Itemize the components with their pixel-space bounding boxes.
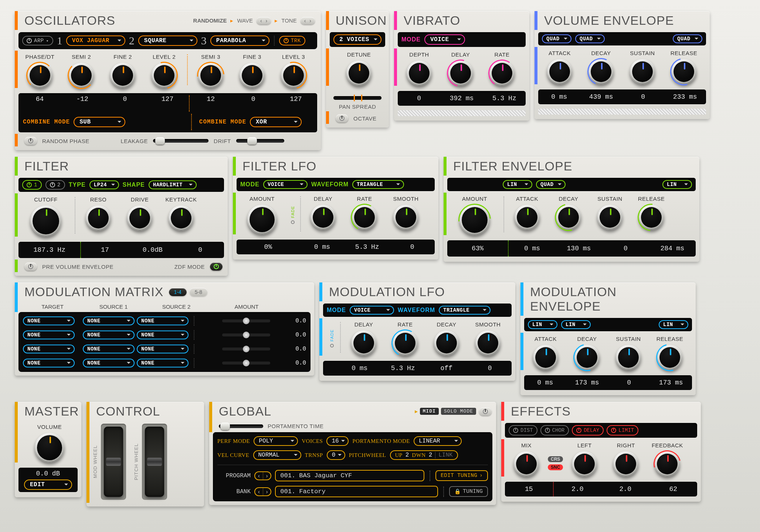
randomize-wave-stepper[interactable]: ‹› xyxy=(257,17,271,24)
mlfo-rate-knob[interactable] xyxy=(393,331,418,356)
unison-voices-select[interactable]: 2 VOICES xyxy=(333,34,381,45)
modmx-r4-target[interactable]: NONE xyxy=(23,359,75,367)
modmx-r1-s2[interactable]: NONE xyxy=(137,316,189,325)
modmx-r3-target[interactable]: NONE xyxy=(23,345,75,353)
modmx-r4-amount-slider[interactable] xyxy=(222,362,270,365)
fenv-curve-r[interactable]: LIN xyxy=(662,180,692,189)
menv-decay-knob[interactable] xyxy=(574,345,600,370)
flfo-rate-knob[interactable] xyxy=(352,205,377,230)
filter-1-toggle[interactable]: 1 xyxy=(22,180,42,190)
modmx-r2-amount-slider[interactable] xyxy=(222,333,270,336)
flfo-wf-select[interactable]: TRIANGLE xyxy=(352,180,404,189)
fx-mix-knob[interactable] xyxy=(514,451,539,477)
fenv-sustain-knob[interactable] xyxy=(597,205,622,230)
ve-decay-knob[interactable] xyxy=(588,59,614,84)
vib-depth-knob[interactable] xyxy=(407,61,432,86)
fx-chor-toggle[interactable]: CHOR xyxy=(540,425,569,436)
modmx-r1-amount-slider[interactable] xyxy=(222,319,270,322)
menv-release-knob[interactable] xyxy=(657,345,682,370)
portamento-mode-select[interactable]: LINEAR xyxy=(414,436,462,446)
modmx-range-14[interactable]: 1-4 xyxy=(169,288,187,296)
modmx-r4-s2[interactable]: NONE xyxy=(137,359,189,367)
detune-knob[interactable] xyxy=(346,61,371,86)
ve-attack-knob[interactable] xyxy=(547,59,572,84)
program-stepper[interactable]: ‹› xyxy=(254,471,271,480)
trk-toggle[interactable]: TRK xyxy=(279,36,305,45)
volenv-curve-a[interactable]: QUAD xyxy=(542,34,571,43)
modmx-r1-s1[interactable]: NONE xyxy=(83,316,135,325)
mlfo-wf-select[interactable]: TRIANGLE xyxy=(439,306,491,315)
pan-spread-slider[interactable] xyxy=(333,96,381,100)
osc3-wave-select[interactable]: PARABOLA xyxy=(210,35,269,46)
flfo-mode-select[interactable]: VOICE xyxy=(263,180,308,189)
modmx-r2-s1[interactable]: NONE xyxy=(83,331,135,339)
mod-wheel[interactable] xyxy=(104,427,123,497)
modmx-range-58[interactable]: 5-8 xyxy=(190,288,207,296)
trnsp-select[interactable]: 0 xyxy=(327,450,345,460)
menv-sustain-knob[interactable] xyxy=(616,345,641,370)
fx-delay-toggle[interactable]: DELAY xyxy=(572,425,604,436)
modmx-r3-amount-slider[interactable] xyxy=(222,348,270,350)
voices-select[interactable]: 16 xyxy=(326,436,349,446)
bank-display[interactable]: 001. Factory xyxy=(275,486,438,497)
pre-volenv-toggle[interactable] xyxy=(24,262,37,271)
randomize-tone-stepper[interactable]: ‹› xyxy=(301,17,315,24)
vibrato-mode-select[interactable]: VOICE xyxy=(424,34,465,45)
flfo-delay-knob[interactable] xyxy=(311,205,336,230)
fx-right-knob[interactable] xyxy=(613,451,638,477)
modmx-r2-target[interactable]: NONE xyxy=(23,331,75,339)
modmx-r4-s1[interactable]: NONE xyxy=(83,359,135,367)
vel-curve-select[interactable]: NORMAL xyxy=(253,450,301,460)
fenv-curve-a[interactable]: LIN xyxy=(503,180,532,189)
menv-curve-d[interactable]: LIN xyxy=(561,320,591,329)
portamento-time-slider[interactable] xyxy=(219,424,263,428)
arp-toggle[interactable]: ARP▾ xyxy=(22,36,53,45)
filter-type-select[interactable]: LP24 xyxy=(89,180,119,189)
flfo-amount-knob[interactable] xyxy=(247,205,277,234)
fenv-attack-knob[interactable] xyxy=(515,205,540,230)
fenv-release-knob[interactable] xyxy=(639,205,664,230)
fx-limit-toggle[interactable]: LIMIT xyxy=(607,425,638,436)
random-phase-toggle[interactable] xyxy=(24,137,37,145)
menv-curve-r[interactable]: LIN xyxy=(659,320,688,329)
mlfo-fade-toggle[interactable] xyxy=(330,344,334,348)
ve-sustain-knob[interactable] xyxy=(630,59,655,84)
fine3-knob[interactable] xyxy=(240,63,265,88)
combine-mode-2-select[interactable]: SUB xyxy=(74,117,125,127)
fine2-knob[interactable] xyxy=(110,63,135,88)
filter-shape-select[interactable]: HARDLIMIT xyxy=(149,180,197,189)
global-power-toggle[interactable] xyxy=(479,407,492,416)
leakage-slider[interactable] xyxy=(153,139,208,143)
pw-link[interactable]: LINK xyxy=(435,452,452,458)
fx-dist-toggle[interactable]: DIST xyxy=(509,425,537,436)
flfo-smooth-knob[interactable] xyxy=(393,205,418,230)
tuning-button[interactable]: 🔒TUNING xyxy=(449,486,488,497)
mlfo-smooth-knob[interactable] xyxy=(475,331,501,356)
modmx-r3-s1[interactable]: NONE xyxy=(83,345,135,353)
vib-rate-knob[interactable] xyxy=(489,61,515,86)
master-edit-select[interactable]: EDIT xyxy=(24,480,72,490)
pw-up-value[interactable]: 2 xyxy=(406,452,409,458)
reso-knob[interactable] xyxy=(86,206,111,231)
phase-dt-knob[interactable] xyxy=(27,63,52,88)
level2-knob[interactable] xyxy=(152,63,177,88)
mlfo-decay-knob[interactable] xyxy=(434,331,459,356)
fx-crs-toggle[interactable]: CRS xyxy=(548,456,563,462)
mlfo-delay-knob[interactable] xyxy=(351,331,376,356)
perf-mode-select[interactable]: POLY xyxy=(254,436,298,446)
drive-knob[interactable] xyxy=(127,206,152,231)
master-volume-knob[interactable] xyxy=(35,433,64,462)
osc1-wave-select[interactable]: VOX JAGUAR xyxy=(66,35,125,46)
bank-stepper[interactable]: ‹› xyxy=(254,487,271,496)
fade-toggle[interactable] xyxy=(291,220,295,224)
fenv-curve-d[interactable]: QUAD xyxy=(536,180,566,189)
fenv-decay-knob[interactable] xyxy=(556,205,581,230)
menv-attack-knob[interactable] xyxy=(533,345,558,370)
level3-knob[interactable] xyxy=(281,63,306,88)
osc2-wave-select[interactable]: SQUARE xyxy=(138,35,197,46)
semi3-knob[interactable] xyxy=(198,63,223,88)
pw-dwn-value[interactable]: 2 xyxy=(429,452,432,458)
edit-tuning-button[interactable]: EDIT TUNING› xyxy=(435,470,488,481)
fx-left-knob[interactable] xyxy=(572,451,597,477)
semi2-knob[interactable] xyxy=(69,63,94,88)
